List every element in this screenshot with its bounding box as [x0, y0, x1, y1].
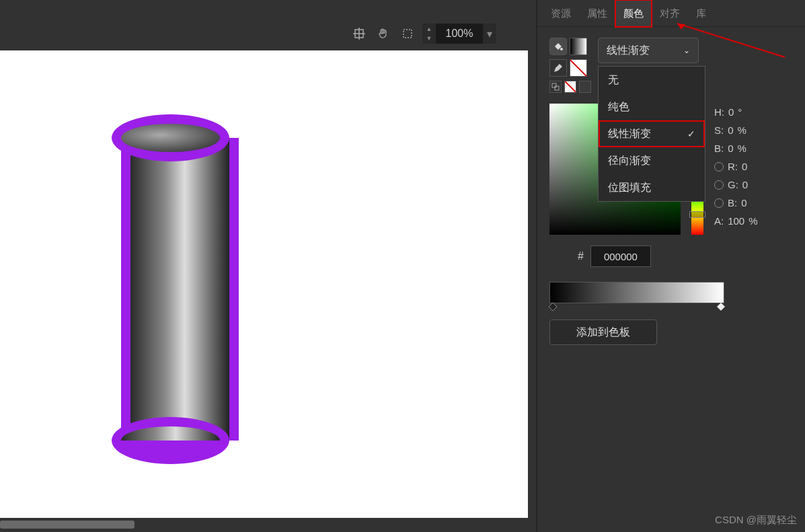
gradient-editor: [537, 272, 805, 313]
canvas-area: ▲ ▼ ▾: [0, 0, 531, 532]
bri-value: B: 0 %: [714, 143, 758, 154]
svg-marker-9: [717, 303, 725, 311]
panel-tabs: 资源 属性 颜色 对齐 库: [537, 0, 805, 27]
zoom-down-icon[interactable]: ▼: [422, 34, 436, 43]
stroke-none-swatch[interactable]: [570, 59, 587, 77]
zoom-up-icon[interactable]: ▲: [422, 24, 436, 34]
fill-section: 线性渐变 ⌄ 无 纯色 线性渐变✓ 径向渐变 位图填充: [537, 27, 805, 98]
cylinder-bottom: [112, 417, 229, 464]
checkmark-icon: ✓: [687, 120, 695, 147]
fill-option-bitmap[interactable]: 位图填充: [599, 174, 705, 201]
alpha-value: A: 100 %: [714, 215, 758, 227]
tab-library[interactable]: 库: [688, 0, 714, 27]
gradient-stop-left[interactable]: [549, 303, 557, 311]
fill-option-none[interactable]: 无: [599, 67, 705, 93]
hex-label: #: [578, 250, 584, 262]
gradient-stop-right[interactable]: [717, 303, 725, 311]
fill-gradient-swatch[interactable]: [570, 38, 587, 55]
chevron-down-icon: ⌄: [683, 46, 690, 55]
blue-value[interactable]: B: 0: [714, 197, 758, 208]
tab-align[interactable]: 对齐: [652, 0, 688, 27]
align-icon[interactable]: [350, 24, 369, 43]
swap-icon[interactable]: [549, 81, 562, 93]
hex-row: #: [537, 240, 805, 272]
watermark: CSDN @雨翼轻尘: [715, 514, 797, 527]
svg-rect-3: [404, 30, 412, 38]
green-value[interactable]: G: 0: [714, 179, 758, 190]
cylinder-top: [112, 114, 229, 161]
canvas-toolbar: ▲ ▼ ▾: [350, 24, 496, 44]
horizontal-scrollbar[interactable]: [0, 521, 135, 529]
canvas[interactable]: [0, 50, 528, 518]
zoom-control: ▲ ▼ ▾: [422, 24, 496, 44]
hand-icon[interactable]: [374, 24, 393, 43]
fill-type-menu: 无 纯色 线性渐变✓ 径向渐变 位图填充: [598, 66, 705, 202]
extra-swatch[interactable]: [579, 81, 591, 93]
fill-bucket-icon[interactable]: [549, 38, 567, 55]
fill-option-radial[interactable]: 径向渐变: [599, 147, 705, 174]
color-values: H: 0 ° S: 0 % B: 0 % R: 0 G: 0 B: 0 A: 1…: [714, 104, 758, 235]
add-to-swatches-button[interactable]: 添加到色板: [549, 319, 657, 345]
hue-value: H: 0 °: [714, 106, 758, 118]
fill-type-button[interactable]: 线性渐变 ⌄: [598, 38, 699, 63]
gradient-bar[interactable]: [549, 282, 724, 303]
zoom-input[interactable]: [436, 24, 483, 44]
fill-option-linear[interactable]: 线性渐变✓: [599, 120, 705, 147]
zoom-dropdown-icon[interactable]: ▾: [483, 28, 496, 40]
hue-handle[interactable]: [689, 211, 705, 218]
right-panel: 资源 属性 颜色 对齐 库 线性渐变 ⌄: [536, 0, 805, 532]
red-value[interactable]: R: 0: [714, 161, 758, 172]
crop-icon[interactable]: [398, 24, 417, 43]
tab-resources[interactable]: 资源: [543, 0, 579, 27]
tab-properties[interactable]: 属性: [579, 0, 615, 27]
sat-value: S: 0 %: [714, 124, 758, 136]
svg-rect-7: [555, 86, 559, 90]
fill-type-dropdown: 线性渐变 ⌄ 无 纯色 线性渐变✓ 径向渐变 位图填充: [598, 38, 699, 63]
stroke-pencil-icon[interactable]: [549, 59, 567, 77]
fill-option-solid[interactable]: 纯色: [599, 93, 705, 120]
tab-color[interactable]: 颜色: [615, 0, 652, 27]
svg-rect-6: [552, 83, 556, 87]
fill-type-label: 线性渐变: [607, 44, 650, 58]
svg-marker-8: [549, 303, 557, 311]
cylinder-body: [121, 138, 239, 441]
cylinder-shape[interactable]: [121, 138, 239, 441]
hex-input[interactable]: [590, 245, 651, 267]
default-swatch[interactable]: [564, 81, 576, 93]
